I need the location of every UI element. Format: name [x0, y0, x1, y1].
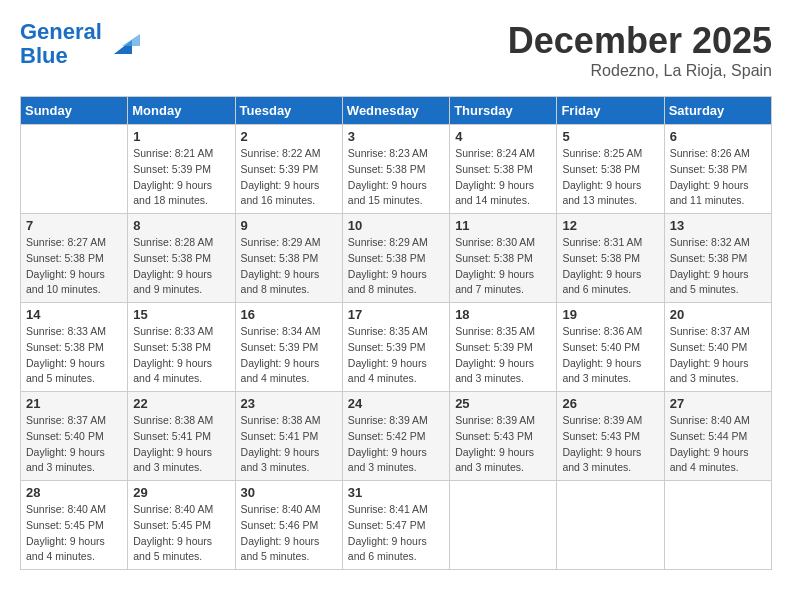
day-info: Sunrise: 8:40 AMSunset: 5:46 PMDaylight:… [241, 502, 337, 565]
day-info: Sunrise: 8:22 AMSunset: 5:39 PMDaylight:… [241, 146, 337, 209]
weekday-header-wednesday: Wednesday [342, 97, 449, 125]
day-number: 15 [133, 307, 229, 322]
calendar-day-cell: 12Sunrise: 8:31 AMSunset: 5:38 PMDayligh… [557, 214, 664, 303]
day-info: Sunrise: 8:34 AMSunset: 5:39 PMDaylight:… [241, 324, 337, 387]
calendar-day-cell: 10Sunrise: 8:29 AMSunset: 5:38 PMDayligh… [342, 214, 449, 303]
calendar-day-cell: 8Sunrise: 8:28 AMSunset: 5:38 PMDaylight… [128, 214, 235, 303]
calendar-day-cell: 29Sunrise: 8:40 AMSunset: 5:45 PMDayligh… [128, 481, 235, 570]
calendar-day-cell: 25Sunrise: 8:39 AMSunset: 5:43 PMDayligh… [450, 392, 557, 481]
calendar-week-row: 1Sunrise: 8:21 AMSunset: 5:39 PMDaylight… [21, 125, 772, 214]
day-number: 11 [455, 218, 551, 233]
day-info: Sunrise: 8:40 AMSunset: 5:45 PMDaylight:… [26, 502, 122, 565]
weekday-header-friday: Friday [557, 97, 664, 125]
calendar-day-cell: 11Sunrise: 8:30 AMSunset: 5:38 PMDayligh… [450, 214, 557, 303]
calendar-day-cell: 18Sunrise: 8:35 AMSunset: 5:39 PMDayligh… [450, 303, 557, 392]
day-info: Sunrise: 8:26 AMSunset: 5:38 PMDaylight:… [670, 146, 766, 209]
day-info: Sunrise: 8:33 AMSunset: 5:38 PMDaylight:… [26, 324, 122, 387]
day-info: Sunrise: 8:23 AMSunset: 5:38 PMDaylight:… [348, 146, 444, 209]
calendar-day-cell: 28Sunrise: 8:40 AMSunset: 5:45 PMDayligh… [21, 481, 128, 570]
weekday-header-thursday: Thursday [450, 97, 557, 125]
calendar-day-cell: 4Sunrise: 8:24 AMSunset: 5:38 PMDaylight… [450, 125, 557, 214]
calendar-week-row: 21Sunrise: 8:37 AMSunset: 5:40 PMDayligh… [21, 392, 772, 481]
day-number: 13 [670, 218, 766, 233]
day-number: 30 [241, 485, 337, 500]
title-block: December 2025 Rodezno, La Rioja, Spain [508, 20, 772, 80]
calendar-day-cell: 26Sunrise: 8:39 AMSunset: 5:43 PMDayligh… [557, 392, 664, 481]
weekday-header-row: SundayMondayTuesdayWednesdayThursdayFrid… [21, 97, 772, 125]
day-info: Sunrise: 8:40 AMSunset: 5:44 PMDaylight:… [670, 413, 766, 476]
calendar-day-cell: 9Sunrise: 8:29 AMSunset: 5:38 PMDaylight… [235, 214, 342, 303]
month-title: December 2025 [508, 20, 772, 62]
calendar-week-row: 28Sunrise: 8:40 AMSunset: 5:45 PMDayligh… [21, 481, 772, 570]
calendar-table: SundayMondayTuesdayWednesdayThursdayFrid… [20, 96, 772, 570]
calendar-day-cell: 21Sunrise: 8:37 AMSunset: 5:40 PMDayligh… [21, 392, 128, 481]
day-number: 14 [26, 307, 122, 322]
day-info: Sunrise: 8:31 AMSunset: 5:38 PMDaylight:… [562, 235, 658, 298]
day-number: 22 [133, 396, 229, 411]
day-info: Sunrise: 8:27 AMSunset: 5:38 PMDaylight:… [26, 235, 122, 298]
day-number: 3 [348, 129, 444, 144]
day-info: Sunrise: 8:39 AMSunset: 5:43 PMDaylight:… [562, 413, 658, 476]
calendar-day-cell: 1Sunrise: 8:21 AMSunset: 5:39 PMDaylight… [128, 125, 235, 214]
day-number: 19 [562, 307, 658, 322]
calendar-day-cell: 20Sunrise: 8:37 AMSunset: 5:40 PMDayligh… [664, 303, 771, 392]
day-number: 17 [348, 307, 444, 322]
calendar-day-cell: 15Sunrise: 8:33 AMSunset: 5:38 PMDayligh… [128, 303, 235, 392]
calendar-day-cell: 14Sunrise: 8:33 AMSunset: 5:38 PMDayligh… [21, 303, 128, 392]
day-number: 8 [133, 218, 229, 233]
day-info: Sunrise: 8:39 AMSunset: 5:43 PMDaylight:… [455, 413, 551, 476]
calendar-day-cell: 27Sunrise: 8:40 AMSunset: 5:44 PMDayligh… [664, 392, 771, 481]
day-number: 5 [562, 129, 658, 144]
day-info: Sunrise: 8:29 AMSunset: 5:38 PMDaylight:… [241, 235, 337, 298]
location: Rodezno, La Rioja, Spain [508, 62, 772, 80]
svg-marker-1 [122, 34, 140, 46]
day-number: 7 [26, 218, 122, 233]
calendar-day-cell: 31Sunrise: 8:41 AMSunset: 5:47 PMDayligh… [342, 481, 449, 570]
day-number: 25 [455, 396, 551, 411]
day-info: Sunrise: 8:25 AMSunset: 5:38 PMDaylight:… [562, 146, 658, 209]
logo-icon [104, 26, 140, 62]
calendar-day-cell: 3Sunrise: 8:23 AMSunset: 5:38 PMDaylight… [342, 125, 449, 214]
day-info: Sunrise: 8:35 AMSunset: 5:39 PMDaylight:… [455, 324, 551, 387]
day-info: Sunrise: 8:37 AMSunset: 5:40 PMDaylight:… [670, 324, 766, 387]
day-info: Sunrise: 8:30 AMSunset: 5:38 PMDaylight:… [455, 235, 551, 298]
day-info: Sunrise: 8:38 AMSunset: 5:41 PMDaylight:… [241, 413, 337, 476]
day-number: 26 [562, 396, 658, 411]
calendar-week-row: 7Sunrise: 8:27 AMSunset: 5:38 PMDaylight… [21, 214, 772, 303]
day-number: 23 [241, 396, 337, 411]
calendar-day-cell: 13Sunrise: 8:32 AMSunset: 5:38 PMDayligh… [664, 214, 771, 303]
calendar-day-cell: 16Sunrise: 8:34 AMSunset: 5:39 PMDayligh… [235, 303, 342, 392]
day-info: Sunrise: 8:41 AMSunset: 5:47 PMDaylight:… [348, 502, 444, 565]
calendar-empty-cell [557, 481, 664, 570]
calendar-empty-cell [21, 125, 128, 214]
calendar-week-row: 14Sunrise: 8:33 AMSunset: 5:38 PMDayligh… [21, 303, 772, 392]
day-info: Sunrise: 8:33 AMSunset: 5:38 PMDaylight:… [133, 324, 229, 387]
day-info: Sunrise: 8:28 AMSunset: 5:38 PMDaylight:… [133, 235, 229, 298]
calendar-day-cell: 2Sunrise: 8:22 AMSunset: 5:39 PMDaylight… [235, 125, 342, 214]
calendar-day-cell: 22Sunrise: 8:38 AMSunset: 5:41 PMDayligh… [128, 392, 235, 481]
day-number: 12 [562, 218, 658, 233]
day-info: Sunrise: 8:21 AMSunset: 5:39 PMDaylight:… [133, 146, 229, 209]
weekday-header-sunday: Sunday [21, 97, 128, 125]
day-number: 31 [348, 485, 444, 500]
calendar-day-cell: 24Sunrise: 8:39 AMSunset: 5:42 PMDayligh… [342, 392, 449, 481]
day-info: Sunrise: 8:36 AMSunset: 5:40 PMDaylight:… [562, 324, 658, 387]
page-header: GeneralBlue December 2025 Rodezno, La Ri… [20, 20, 772, 80]
day-info: Sunrise: 8:40 AMSunset: 5:45 PMDaylight:… [133, 502, 229, 565]
calendar-day-cell: 5Sunrise: 8:25 AMSunset: 5:38 PMDaylight… [557, 125, 664, 214]
calendar-day-cell: 19Sunrise: 8:36 AMSunset: 5:40 PMDayligh… [557, 303, 664, 392]
day-number: 20 [670, 307, 766, 322]
day-info: Sunrise: 8:24 AMSunset: 5:38 PMDaylight:… [455, 146, 551, 209]
day-info: Sunrise: 8:32 AMSunset: 5:38 PMDaylight:… [670, 235, 766, 298]
calendar-day-cell: 30Sunrise: 8:40 AMSunset: 5:46 PMDayligh… [235, 481, 342, 570]
calendar-day-cell: 7Sunrise: 8:27 AMSunset: 5:38 PMDaylight… [21, 214, 128, 303]
calendar-empty-cell [450, 481, 557, 570]
day-number: 24 [348, 396, 444, 411]
day-info: Sunrise: 8:35 AMSunset: 5:39 PMDaylight:… [348, 324, 444, 387]
day-number: 29 [133, 485, 229, 500]
day-number: 28 [26, 485, 122, 500]
day-number: 2 [241, 129, 337, 144]
logo-text: GeneralBlue [20, 20, 102, 68]
day-number: 4 [455, 129, 551, 144]
calendar-empty-cell [664, 481, 771, 570]
